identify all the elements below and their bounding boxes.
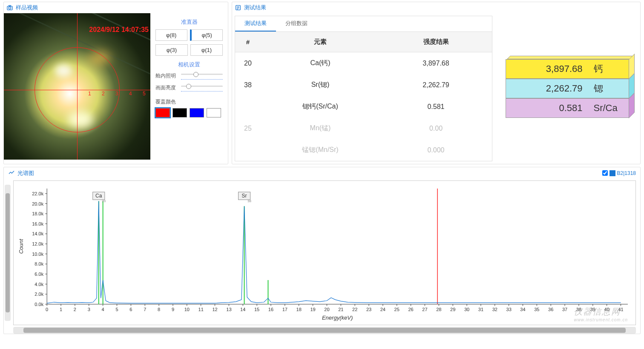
spectrum-scroll-horizontal[interactable] bbox=[13, 327, 636, 334]
results-table: # 元素 强度结果 20Ca(钙)3,897.6838Sr(锶)2,262.79… bbox=[235, 32, 492, 161]
table-row[interactable]: 锶钙(Sr/Ca)0.581 bbox=[235, 96, 492, 117]
svg-text:Energy(keV): Energy(keV) bbox=[322, 315, 353, 321]
svg-text:20: 20 bbox=[324, 307, 329, 312]
svg-text:8: 8 bbox=[158, 307, 160, 312]
svg-text:38: 38 bbox=[247, 199, 251, 203]
svg-text:0: 0 bbox=[46, 307, 48, 312]
crosshair-circle bbox=[34, 47, 120, 132]
watermark: 仪器信息网 www.instrument.com.cn bbox=[574, 306, 628, 322]
svg-text:31: 31 bbox=[478, 307, 483, 312]
svg-text:26: 26 bbox=[408, 307, 413, 312]
legend-label: B2|1318 bbox=[617, 170, 636, 176]
summary-box: 3,897.68 钙 2,262.79 锶 0.581 Sr/Ca bbox=[497, 16, 638, 161]
camera-settings-title: 相机设置 bbox=[155, 61, 223, 69]
collimator-title: 准直器 bbox=[155, 18, 223, 26]
svg-text:10: 10 bbox=[184, 307, 190, 312]
svg-text:13: 13 bbox=[226, 307, 231, 312]
brightness-slider[interactable] bbox=[181, 84, 223, 92]
collimator-phi8[interactable]: φ(8) bbox=[155, 29, 187, 41]
camera-icon bbox=[6, 4, 13, 11]
collimator-phi5[interactable]: φ(5) bbox=[190, 29, 223, 41]
col-number: # bbox=[235, 32, 261, 52]
svg-text:16.0k: 16.0k bbox=[32, 221, 43, 226]
table-row[interactable]: 25Mn(锰)0.00 bbox=[235, 117, 492, 139]
spectrum-scroll-vertical[interactable] bbox=[5, 185, 11, 321]
svg-text:33: 33 bbox=[506, 307, 512, 312]
legend-swatch bbox=[610, 170, 615, 176]
svg-text:Ca: Ca bbox=[95, 193, 102, 199]
summary-row-ratio: 0.581 Sr/Ca bbox=[506, 98, 629, 118]
video-panel-title: 样品视频 bbox=[16, 4, 38, 11]
svg-text:20: 20 bbox=[102, 199, 106, 203]
list-icon bbox=[235, 4, 242, 11]
video-controls: 准直器 φ(8) φ(5) φ(3) φ(1) 相机设置 舱内照明 bbox=[150, 13, 228, 160]
svg-text:12: 12 bbox=[212, 307, 217, 312]
svg-text:22.0k: 22.0k bbox=[32, 191, 43, 196]
results-table-container: 测试结果 分组数据 # 元素 强度结果 20Ca(钙)3,897.6838Sr(… bbox=[235, 16, 492, 161]
results-panel-title: 测试结果 bbox=[244, 4, 266, 11]
table-row[interactable]: 锰锶(Mn/Sr)0.000 bbox=[235, 139, 492, 161]
color-swatch-white[interactable] bbox=[207, 108, 221, 117]
lighting-label: 舱内照明 bbox=[155, 72, 178, 80]
color-swatch-red[interactable] bbox=[155, 108, 170, 117]
spectrum-title: 光谱图 bbox=[17, 169, 34, 177]
chart-line-icon bbox=[8, 169, 15, 177]
svg-text:4: 4 bbox=[102, 307, 104, 312]
spectrum-chart[interactable]: 0.0k2.0k4.0k6.0k8.0k10.0k12.0k14.0k16.0k… bbox=[13, 180, 636, 325]
svg-text:20.0k: 20.0k bbox=[32, 201, 43, 206]
summary-row-sr: 2,262.79 锶 bbox=[506, 79, 629, 98]
svg-text:11: 11 bbox=[198, 307, 204, 312]
svg-text:6: 6 bbox=[129, 307, 132, 312]
table-row[interactable]: 20Ca(钙)3,897.68 bbox=[235, 52, 492, 74]
lighting-slider[interactable] bbox=[181, 72, 223, 80]
svg-text:2.0k: 2.0k bbox=[34, 292, 43, 297]
svg-text:30: 30 bbox=[464, 307, 469, 312]
svg-text:15: 15 bbox=[254, 307, 259, 312]
collimator-phi3[interactable]: φ(3) bbox=[155, 44, 188, 56]
legend-toggle[interactable]: B2|1318 bbox=[602, 170, 636, 176]
video-panel-header: 样品视频 bbox=[4, 2, 228, 13]
table-row[interactable]: 38Sr(锶)2,262.79 bbox=[235, 74, 492, 96]
sample-video-viewport[interactable]: 2024/9/12 14:07:35 1 2 3 4 5 bbox=[4, 13, 150, 160]
svg-text:Count: Count bbox=[18, 238, 24, 254]
tab-test-results[interactable]: 测试结果 bbox=[235, 16, 276, 31]
brightness-label: 画面亮度 bbox=[155, 84, 178, 92]
svg-text:28: 28 bbox=[436, 307, 441, 312]
svg-text:7: 7 bbox=[144, 307, 146, 312]
svg-text:9: 9 bbox=[172, 307, 174, 312]
svg-text:4.0k: 4.0k bbox=[34, 282, 43, 287]
svg-text:16: 16 bbox=[268, 307, 273, 312]
svg-text:0.0k: 0.0k bbox=[34, 302, 43, 307]
svg-point-1 bbox=[9, 7, 11, 9]
color-swatch-blue[interactable] bbox=[190, 108, 204, 117]
legend-checkbox[interactable] bbox=[602, 170, 608, 176]
collimator-phi1[interactable]: φ(1) bbox=[190, 44, 223, 56]
spectrum-svg: 0.0k2.0k4.0k6.0k8.0k10.0k12.0k14.0k16.0k… bbox=[17, 184, 632, 321]
svg-text:19: 19 bbox=[310, 307, 315, 312]
svg-text:2: 2 bbox=[74, 307, 76, 312]
svg-text:17: 17 bbox=[282, 307, 288, 312]
svg-text:32: 32 bbox=[492, 307, 497, 312]
tab-group-data[interactable]: 分组数据 bbox=[276, 16, 317, 31]
svg-text:18: 18 bbox=[296, 307, 302, 312]
svg-text:23: 23 bbox=[366, 307, 371, 312]
svg-text:10.0k: 10.0k bbox=[32, 252, 43, 257]
summary-row-ca: 3,897.68 钙 bbox=[506, 59, 629, 79]
svg-text:14: 14 bbox=[240, 307, 245, 312]
svg-text:21: 21 bbox=[338, 307, 343, 312]
svg-text:25: 25 bbox=[394, 307, 400, 312]
svg-text:5: 5 bbox=[115, 307, 118, 312]
spectrum-panel: 光谱图 B2|1318 0.0k2.0k4.0k6.0k8.0k10.0k12.… bbox=[3, 167, 641, 334]
svg-text:22: 22 bbox=[352, 307, 357, 312]
svg-text:1: 1 bbox=[60, 307, 62, 312]
results-panel-header: 测试结果 bbox=[232, 2, 640, 13]
svg-text:24: 24 bbox=[380, 307, 385, 312]
test-results-panel: 测试结果 测试结果 分组数据 # 元素 强度结果 20Ca(钙)3,897.68 bbox=[232, 2, 641, 164]
svg-text:34: 34 bbox=[520, 307, 525, 312]
color-swatch-black[interactable] bbox=[172, 108, 187, 117]
video-timestamp: 2024/9/12 14:07:35 bbox=[89, 26, 149, 34]
col-intensity: 强度结果 bbox=[380, 32, 492, 52]
svg-text:6.0k: 6.0k bbox=[34, 272, 43, 277]
svg-text:Sr: Sr bbox=[242, 193, 247, 199]
svg-text:8.0k: 8.0k bbox=[34, 261, 43, 266]
